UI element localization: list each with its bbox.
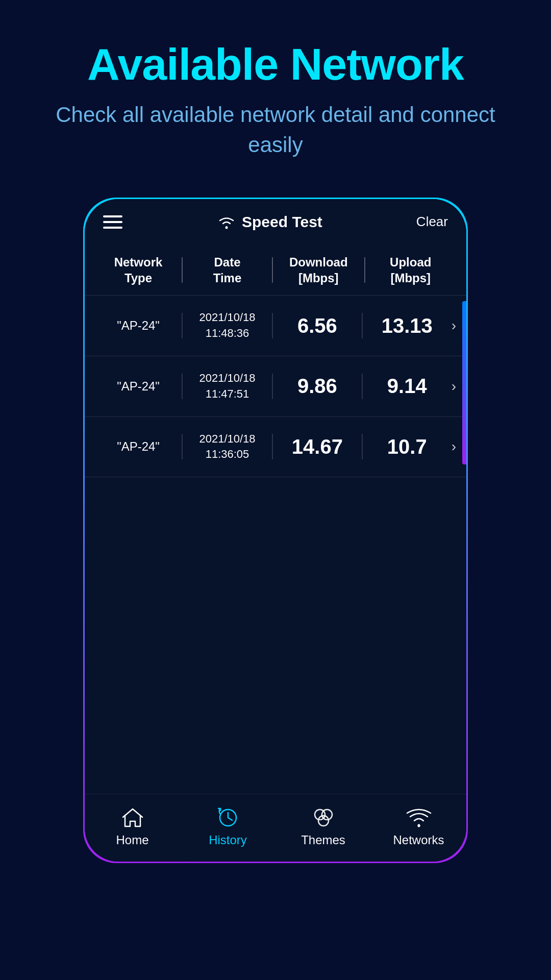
nav-label-themes: Themes (301, 833, 345, 847)
bottom-nav: Home History (85, 794, 466, 862)
hamburger-button[interactable] (103, 215, 122, 229)
hamburger-line-1 (103, 215, 122, 217)
svg-point-0 (226, 226, 228, 229)
row-download: 14.67 (273, 435, 362, 458)
row-network: "AP-24" (95, 379, 182, 394)
clear-button[interactable]: Clear (416, 214, 448, 230)
row-network: "AP-24" (95, 318, 182, 333)
row-upload: 9.14 (363, 375, 452, 398)
nav-item-themes[interactable]: Themes (293, 806, 354, 847)
app-navbar: Speed Test Clear (85, 199, 466, 243)
home-icon (119, 806, 146, 829)
phone-inner: Speed Test Clear NetworkType DateTime Do… (85, 199, 466, 862)
svg-point-3 (322, 810, 332, 820)
nav-label-history: History (209, 833, 247, 847)
table-row[interactable]: "AP-24" 2021/10/1811:36:05 14.67 10.7 › (85, 417, 466, 478)
row-network: "AP-24" (95, 439, 182, 454)
page-header: Available Network Check all available ne… (0, 0, 551, 181)
networks-icon (406, 806, 432, 829)
history-icon (215, 806, 241, 829)
col-header-upload: Upload[Mbps] (365, 254, 457, 286)
nav-item-history[interactable]: History (197, 806, 259, 847)
svg-point-4 (318, 816, 329, 826)
themes-icon (310, 806, 337, 829)
row-datetime: 2021/10/1811:36:05 (183, 431, 272, 463)
svg-point-5 (417, 824, 420, 827)
page-subtitle: Check all available network detail and c… (31, 100, 520, 160)
data-table: "AP-24" 2021/10/1811:48:36 6.56 13.13 › … (85, 296, 466, 794)
nav-label-networks: Networks (393, 833, 444, 847)
table-row[interactable]: "AP-24" 2021/10/1811:48:36 6.56 13.13 › (85, 296, 466, 356)
row-download: 9.86 (273, 375, 362, 398)
phone-mockup: Speed Test Clear NetworkType DateTime Do… (82, 196, 469, 865)
row-datetime: 2021/10/1811:48:36 (183, 310, 272, 341)
page-title: Available Network (31, 41, 520, 88)
hamburger-line-3 (103, 227, 122, 229)
nav-item-home[interactable]: Home (102, 806, 163, 847)
col-header-date: DateTime (183, 254, 272, 286)
row-upload: 10.7 (363, 435, 452, 458)
col-header-network: NetworkType (95, 254, 182, 286)
row-chevron-icon: › (452, 438, 456, 455)
row-upload: 13.13 (363, 314, 452, 337)
row-chevron-icon: › (452, 378, 456, 395)
side-accent (462, 301, 466, 464)
row-datetime: 2021/10/1811:47:51 (183, 371, 272, 402)
nav-label-home: Home (116, 833, 148, 847)
phone-wrapper: Speed Test Clear NetworkType DateTime Do… (0, 181, 551, 980)
brand-label: Speed Test (242, 213, 322, 231)
col-header-download: Download[Mbps] (273, 254, 364, 286)
row-chevron-icon: › (452, 317, 456, 334)
table-row[interactable]: "AP-24" 2021/10/1811:47:51 9.86 9.14 › (85, 356, 466, 417)
wifi-brand-icon (216, 214, 237, 230)
table-header: NetworkType DateTime Download[Mbps] Uplo… (85, 243, 466, 296)
brand-area: Speed Test (216, 213, 322, 231)
hamburger-line-2 (103, 221, 122, 223)
row-download: 6.56 (273, 314, 362, 337)
nav-item-networks[interactable]: Networks (388, 806, 449, 847)
